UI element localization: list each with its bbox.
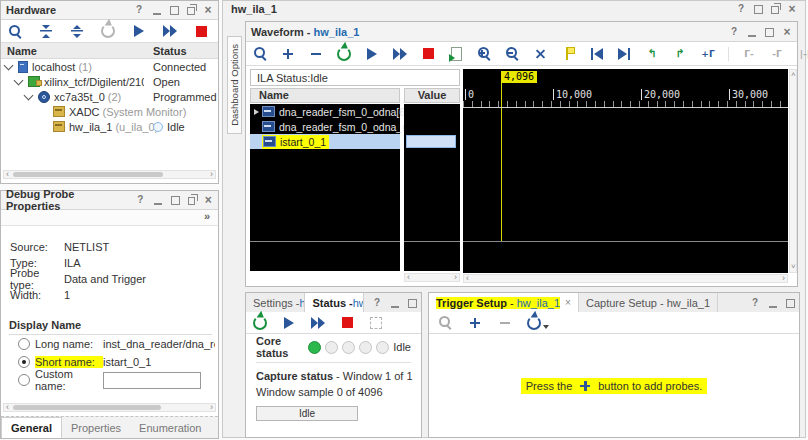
- trigger-center-icon[interactable]: |-|: [797, 46, 808, 62]
- goto-start-icon[interactable]: [588, 46, 604, 62]
- zoom-fit-icon[interactable]: [532, 46, 548, 62]
- maximize-icon[interactable]: [765, 28, 774, 37]
- radio-long-name[interactable]: [18, 338, 30, 350]
- short-name-option[interactable]: Short name: istart_0_1: [1, 353, 218, 371]
- trigger-position-icon[interactable]: +Γ: [700, 46, 716, 62]
- goto-end-icon[interactable]: [616, 46, 632, 62]
- minimize-icon[interactable]: [768, 298, 778, 308]
- signal-row-istart-selected[interactable]: istart_0_1: [250, 134, 400, 149]
- radio-custom-name[interactable]: [18, 374, 30, 386]
- scroll-right-icon[interactable]: ›: [210, 170, 213, 179]
- scroll-left-icon[interactable]: ‹: [407, 273, 410, 282]
- selected-value-cell[interactable]: [406, 135, 456, 148]
- tab-enumeration[interactable]: Enumeration: [130, 417, 210, 438]
- tree-row-xadc[interactable]: XADC (System Monitor): [1, 104, 218, 119]
- recustomize-dropdown-icon[interactable]: [527, 315, 549, 331]
- help-icon[interactable]: [136, 195, 146, 205]
- close-icon[interactable]: [203, 5, 213, 15]
- collapse-all-icon[interactable]: [38, 23, 54, 39]
- run-trigger-icon[interactable]: [281, 315, 297, 331]
- minimize-icon[interactable]: [152, 5, 162, 15]
- long-name-option[interactable]: Long name: inst_dna_reader/dna_reader_: [1, 335, 218, 353]
- signal-row-bus[interactable]: dna_reader_fsm_0_odna[63:0]: [250, 104, 400, 119]
- help-icon[interactable]: [736, 4, 746, 14]
- waveform-title-link[interactable]: hw_ila_1: [314, 26, 360, 38]
- ila-window-titlebar[interactable]: hw_ila_1: [223, 1, 805, 16]
- run-trigger-icon[interactable]: [364, 46, 380, 62]
- waveform-plot-area[interactable]: 4,096 0 10,000 20,000 30,000: [463, 69, 788, 273]
- minimize-icon[interactable]: [153, 195, 163, 205]
- refresh-icon[interactable]: [336, 46, 352, 62]
- run-trigger-immediate-icon[interactable]: [162, 23, 178, 39]
- float-icon[interactable]: [187, 7, 195, 15]
- custom-name-input[interactable]: [103, 372, 201, 389]
- maximize-icon[interactable]: [170, 6, 179, 15]
- minimize-icon[interactable]: [747, 27, 757, 37]
- marker-label[interactable]: 4,096: [501, 71, 537, 83]
- tab-capture-setup[interactable]: Capture Setup - hw_ila_1: [579, 293, 718, 312]
- tree-row-device[interactable]: xc7a35t_0 (2) Programmed: [1, 89, 218, 104]
- probe-titlebar[interactable]: Debug Probe Properties: [1, 191, 218, 210]
- scroll-right-icon[interactable]: ›: [210, 403, 213, 412]
- tree-row-localhost[interactable]: localhost (1) Connected: [1, 59, 218, 74]
- close-icon[interactable]: [787, 4, 797, 14]
- float-icon[interactable]: [771, 6, 779, 14]
- search-icon[interactable]: [7, 23, 23, 39]
- probe-toolbar-overflow[interactable]: »: [1, 210, 218, 226]
- remove-probe-icon[interactable]: [497, 315, 513, 331]
- help-icon[interactable]: [750, 298, 760, 308]
- chevron-down-icon[interactable]: [4, 60, 14, 70]
- maximize-icon[interactable]: [786, 299, 795, 308]
- radio-short-name[interactable]: [18, 356, 30, 368]
- close-icon[interactable]: [782, 27, 792, 37]
- add-icon[interactable]: [280, 46, 296, 62]
- run-trigger-immediate-icon[interactable]: [310, 315, 326, 331]
- float-icon[interactable]: [188, 197, 196, 205]
- goto-marker-icon[interactable]: [560, 46, 576, 62]
- minimize-icon[interactable]: [390, 298, 400, 308]
- signal-value-header[interactable]: Value: [404, 88, 460, 103]
- tab-properties[interactable]: Properties: [62, 417, 130, 438]
- name-column-header[interactable]: Name: [1, 45, 37, 57]
- hardware-hscrollbar[interactable]: ‹ ›: [3, 170, 216, 179]
- tree-row-target[interactable]: xilinx_tcf/Digilent/2103197897... Open: [1, 74, 218, 89]
- help-icon[interactable]: [372, 298, 382, 308]
- remove-icon[interactable]: [308, 46, 324, 62]
- scroll-right-icon[interactable]: ›: [782, 274, 785, 283]
- tab-settings[interactable]: Settings - hw_ila: [246, 293, 305, 312]
- value-hscrollbar[interactable]: ‹ ›: [404, 273, 460, 282]
- compare-icon[interactable]: [368, 315, 384, 331]
- scroll-left-icon[interactable]: ‹: [6, 403, 9, 412]
- scroll-left-icon[interactable]: ‹: [466, 274, 469, 283]
- trigger-right-icon[interactable]: -Γ: [769, 46, 785, 62]
- hardware-titlebar[interactable]: Hardware: [1, 1, 218, 20]
- signal-name-header[interactable]: Name: [250, 88, 400, 103]
- help-icon[interactable]: [729, 27, 739, 37]
- maximize-icon[interactable]: [754, 5, 763, 14]
- tab-general[interactable]: General: [1, 417, 62, 438]
- scroll-left-icon[interactable]: ‹: [6, 170, 9, 179]
- add-probe-icon[interactable]: [467, 315, 483, 331]
- chevron-down-icon[interactable]: [24, 90, 34, 100]
- dashboard-options-tab[interactable]: Dashboard Options: [227, 36, 242, 134]
- stop-trigger-icon[interactable]: [420, 46, 436, 62]
- waveform-vscrollbar[interactable]: ˄ ˅: [789, 69, 797, 273]
- expand-all-icon[interactable]: [69, 23, 85, 39]
- scroll-up-icon[interactable]: ˄: [791, 71, 796, 79]
- scroll-right-icon[interactable]: ›: [454, 273, 457, 282]
- chevron-down-icon[interactable]: [14, 75, 24, 85]
- tab-status[interactable]: Status - hw_il×: [305, 293, 364, 312]
- waveform-titlebar[interactable]: Waveform - hw_ila_1: [246, 22, 797, 42]
- previous-transition-icon[interactable]: ↰: [644, 46, 660, 62]
- maximize-icon[interactable]: [408, 299, 417, 308]
- zoom-out-icon[interactable]: [504, 46, 520, 62]
- maximize-icon[interactable]: [171, 196, 180, 205]
- close-tab-icon[interactable]: ×: [565, 297, 571, 308]
- stop-trigger-icon[interactable]: [339, 315, 355, 331]
- probe-hscrollbar[interactable]: ‹ ›: [3, 403, 216, 412]
- status-column-header[interactable]: Status: [153, 45, 187, 57]
- scroll-down-icon[interactable]: ˅: [791, 263, 796, 271]
- signal-row-ready[interactable]: dna_reader_fsm_0_odna_ready: [250, 119, 400, 134]
- run-trigger-icon[interactable]: [131, 23, 147, 39]
- export-data-icon[interactable]: [448, 46, 464, 62]
